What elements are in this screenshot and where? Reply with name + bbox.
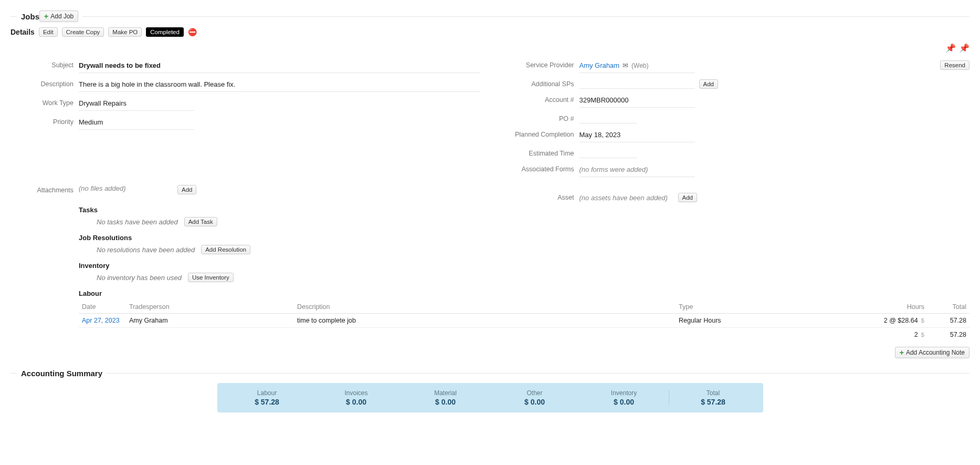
- right-column: Service Provider Amy Graham ✉ (Web) Rese…: [501, 57, 970, 301]
- add-task-button[interactable]: Add Task: [184, 217, 217, 226]
- pin-icons: 📌 📌: [10, 41, 970, 57]
- details-toolbar: Details Edit Create Copy Make PO Complet…: [10, 27, 970, 37]
- labour-type: Regular Hours: [676, 314, 865, 328]
- add-resolution-button[interactable]: Add Resolution: [201, 245, 250, 254]
- plus-icon: +: [900, 349, 904, 356]
- th-description: Description: [294, 301, 676, 314]
- priority-label: Priority: [10, 117, 79, 126]
- jobs-header: Jobs + Add Job: [10, 11, 970, 22]
- add-accounting-note-label: Add Accounting Note: [906, 349, 965, 356]
- asset-empty: (no assets have been added): [579, 194, 668, 202]
- add-job-label: Add Job: [50, 13, 73, 20]
- dollar-icon: $: [921, 332, 924, 338]
- sp-name-link[interactable]: Amy Graham: [579, 61, 620, 69]
- worktype-value: Drywall Repairs: [79, 98, 194, 111]
- labour-total: 57.28: [928, 314, 970, 328]
- acct-labour: Labour $ 57.28: [223, 389, 312, 406]
- accounting-title: Accounting Summary: [21, 369, 102, 378]
- labour-description: time to complete job: [294, 314, 676, 328]
- po-value: [579, 114, 637, 123]
- sp-label: Service Provider: [501, 60, 579, 69]
- add-asset-button[interactable]: Add: [678, 193, 697, 202]
- add-accounting-note-button[interactable]: + Add Accounting Note: [895, 347, 970, 358]
- description-label: Description: [10, 79, 79, 88]
- th-total: Total: [928, 301, 970, 314]
- tasks-empty: No tasks have been added: [97, 218, 178, 226]
- resolutions-header: Job Resolutions: [79, 234, 480, 242]
- resolutions-empty: No resolutions have been added: [97, 246, 195, 254]
- account-label: Account #: [501, 95, 579, 104]
- add-attachment-button[interactable]: Add: [177, 185, 196, 194]
- labour-hours-sum: 2: [914, 331, 918, 338]
- forms-empty: (no forms were added): [579, 166, 648, 173]
- acct-total: Total $ 57.28: [669, 389, 758, 406]
- po-label: PO #: [501, 114, 579, 122]
- tasks-header: Tasks: [79, 206, 480, 214]
- add-job-button[interactable]: + Add Job: [39, 11, 78, 22]
- labour-total-sum: 57.28: [928, 328, 970, 342]
- labour-date-link[interactable]: Apr 27, 2023: [82, 317, 120, 324]
- worktype-label: Work Type: [10, 98, 79, 107]
- acct-material: Material $ 0.00: [401, 389, 490, 406]
- use-inventory-button[interactable]: Use Inventory: [188, 273, 234, 282]
- inventory-header: Inventory: [79, 262, 480, 270]
- th-hours: Hours: [865, 301, 928, 314]
- resend-button[interactable]: Resend: [940, 60, 970, 70]
- add-sp-button[interactable]: Add: [699, 79, 718, 89]
- subject-label: Subject: [10, 60, 79, 69]
- dollar-icon: $: [921, 317, 924, 324]
- labour-tradesperson: Amy Graham: [126, 314, 294, 328]
- planned-label: Planned Completion: [501, 130, 579, 138]
- priority-value: Medium: [79, 117, 194, 130]
- description-value: There is a big hole in the classroom wal…: [79, 79, 480, 92]
- details-label: Details: [10, 28, 35, 36]
- addsp-label: Additional SPs: [501, 79, 579, 88]
- plus-icon: +: [44, 13, 48, 20]
- asset-label: Asset: [501, 193, 579, 201]
- attachments-label: Attachments: [10, 185, 79, 194]
- create-copy-button[interactable]: Create Copy: [62, 27, 104, 37]
- labour-header: Labour: [79, 290, 480, 297]
- table-row[interactable]: Apr 27, 2023 Amy Graham time to complete…: [79, 314, 970, 328]
- jobs-title: Jobs: [21, 12, 39, 21]
- labour-table: Date Tradesperson Description Type Hours…: [79, 301, 970, 342]
- th-tradesperson: Tradesperson: [126, 301, 294, 314]
- accounting-header: Accounting Summary: [10, 369, 970, 378]
- acct-other: Other $ 0.00: [490, 389, 579, 406]
- attachments-empty: (no files added): [79, 184, 126, 192]
- est-label: Estimated Time: [501, 149, 579, 157]
- mail-icon[interactable]: ✉: [623, 61, 628, 69]
- left-column: Subject Drywall needs to be fixed Descri…: [10, 57, 480, 301]
- th-date: Date: [79, 301, 126, 314]
- alert-icon[interactable]: ⛔: [188, 28, 197, 36]
- edit-button[interactable]: Edit: [39, 27, 58, 37]
- subject-value: Drywall needs to be fixed: [79, 60, 480, 73]
- addsp-value: [579, 79, 695, 89]
- sp-via: (Web): [631, 62, 648, 69]
- est-value: [579, 149, 637, 158]
- acct-inventory: Inventory $ 0.00: [579, 389, 669, 406]
- planned-value: May 18, 2023: [579, 130, 695, 142]
- account-value: 329MBR000000: [579, 95, 695, 108]
- acct-invoices: Invoices $ 0.00: [312, 389, 401, 406]
- make-po-button[interactable]: Make PO: [108, 27, 142, 37]
- forms-label: Associated Forms: [501, 164, 579, 173]
- labour-total-row: 2$ 57.28: [79, 328, 970, 342]
- pin-dark-icon[interactable]: 📌: [945, 43, 956, 53]
- pin-light-icon[interactable]: 📌: [959, 43, 970, 53]
- accounting-summary-panel: Labour $ 57.28 Invoices $ 0.00 Material …: [217, 383, 763, 412]
- status-badge: Completed: [146, 27, 184, 37]
- labour-hours: 2 @ $28.64: [884, 317, 918, 324]
- th-type: Type: [676, 301, 865, 314]
- inventory-empty: No inventory has been used: [97, 274, 182, 282]
